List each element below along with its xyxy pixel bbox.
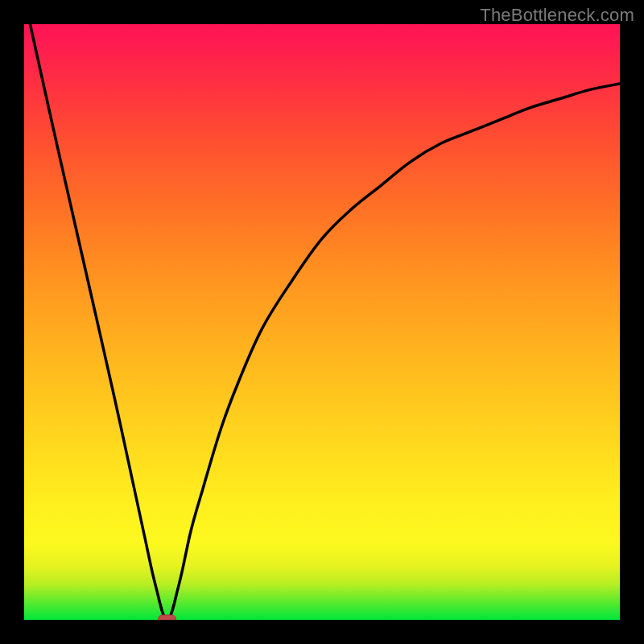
min-point-marker: [159, 615, 176, 620]
chart-frame: TheBottleneck.com: [0, 0, 644, 644]
watermark-text: TheBottleneck.com: [480, 5, 634, 26]
bottleneck-curve: [24, 24, 620, 620]
plot-area: [24, 24, 620, 620]
